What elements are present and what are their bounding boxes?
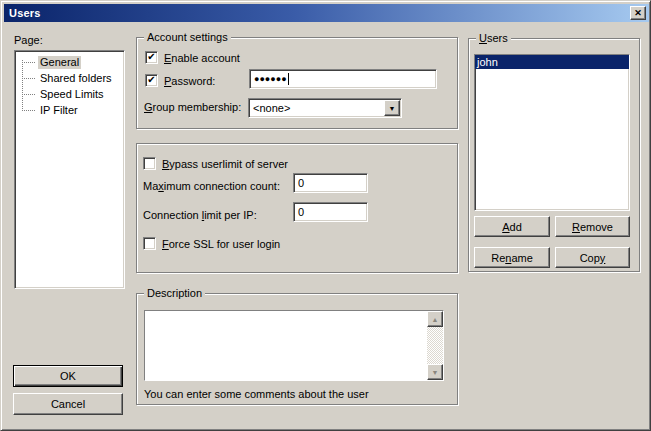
description-textarea[interactable]: ▲ ▼ — [144, 310, 444, 381]
arrow-down-icon: ▼ — [432, 369, 439, 376]
ok-button[interactable]: OK — [13, 365, 123, 387]
password-value: ●●●●●● — [254, 74, 287, 84]
close-icon: ✕ — [634, 8, 642, 18]
enable-account-checkbox[interactable]: ✔ — [145, 51, 158, 64]
scroll-down-button[interactable]: ▼ — [427, 364, 443, 380]
cancel-button[interactable]: Cancel — [13, 393, 123, 415]
users-dialog: Users ✕ Page: General Shared folders Spe… — [0, 0, 651, 431]
description-title: Description — [144, 287, 205, 300]
tree-branch-line — [22, 110, 35, 111]
page-label: Page: — [14, 34, 43, 47]
account-settings-title: Account settings — [144, 31, 231, 44]
limit-per-ip-label: Connection limit per IP: — [143, 209, 257, 222]
remove-button[interactable]: Remove — [555, 216, 630, 237]
scroll-up-button[interactable]: ▲ — [427, 311, 443, 327]
tree-item-shared-folders[interactable]: Shared folders — [15, 70, 124, 86]
copy-button[interactable]: Copy — [555, 247, 630, 268]
close-button[interactable]: ✕ — [630, 6, 646, 20]
tree-item-speed-limits[interactable]: Speed Limits — [15, 86, 124, 102]
titlebar[interactable]: Users — [4, 4, 649, 22]
chevron-down-icon: ▼ — [389, 105, 396, 112]
tree-branch-line — [22, 62, 35, 63]
password-checkbox[interactable]: ✔ — [145, 74, 158, 87]
text-caret — [288, 73, 289, 85]
tree-branch-line — [22, 94, 35, 95]
description-hint: You can enter some comments about the us… — [144, 388, 369, 401]
add-button[interactable]: Add — [474, 216, 550, 237]
bypass-userlimit-label[interactable]: Bypass userlimit of server — [162, 158, 288, 171]
page-tree: General Shared folders Speed Limits IP F… — [14, 50, 125, 289]
users-group-title: Users — [476, 32, 511, 45]
window-title: Users — [9, 7, 41, 19]
bypass-userlimit-checkbox[interactable]: ✔ — [143, 157, 156, 170]
password-input[interactable]: ●●●●●● — [249, 69, 437, 89]
group-membership-label: Group membership: — [144, 101, 241, 114]
checkmark-icon: ✔ — [147, 75, 155, 85]
max-connection-label: Maximum connection count: — [143, 180, 280, 193]
limit-per-ip-input[interactable]: 0 — [293, 202, 368, 222]
user-name: john — [477, 56, 498, 68]
user-list-item[interactable]: john — [475, 55, 629, 69]
force-ssl-checkbox[interactable]: ✔ — [143, 237, 156, 250]
group-membership-dropdown[interactable]: <none> ▼ — [248, 98, 402, 118]
max-connection-input[interactable]: 0 — [293, 173, 368, 193]
description-value[interactable] — [145, 311, 427, 380]
tree-item-ip-filter[interactable]: IP Filter — [15, 102, 124, 118]
force-ssl-label[interactable]: Force SSL for user login — [162, 238, 280, 251]
tree-branch-line — [22, 78, 35, 79]
enable-account-label[interactable]: Enable account — [164, 52, 240, 65]
max-connection-value: 0 — [298, 177, 304, 189]
users-listbox[interactable]: john — [474, 54, 630, 211]
group-membership-value: <none> — [249, 102, 383, 114]
checkmark-icon: ✔ — [147, 52, 155, 62]
password-label[interactable]: Password: — [164, 75, 215, 88]
rename-button[interactable]: Rename — [474, 247, 550, 268]
arrow-up-icon: ▲ — [432, 316, 439, 323]
dropdown-button[interactable]: ▼ — [384, 100, 400, 116]
limit-per-ip-value: 0 — [298, 206, 304, 218]
tree-item-general[interactable]: General — [15, 54, 124, 70]
description-scrollbar[interactable]: ▲ ▼ — [427, 311, 443, 380]
